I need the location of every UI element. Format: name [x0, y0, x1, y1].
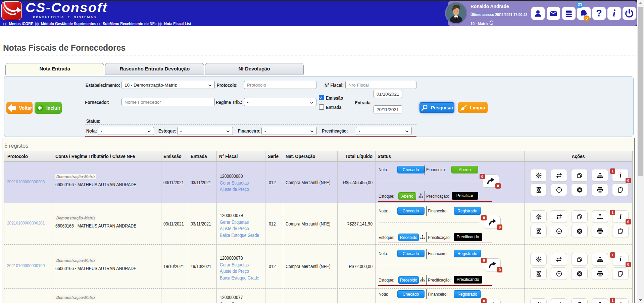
svg-text:i: i: [613, 8, 616, 18]
svg-text:?: ?: [596, 8, 602, 18]
svg-text:i: i: [620, 213, 622, 220]
svg-text:i: i: [620, 256, 622, 263]
svg-text:i: i: [620, 301, 622, 303]
svg-text:i: i: [620, 172, 622, 179]
